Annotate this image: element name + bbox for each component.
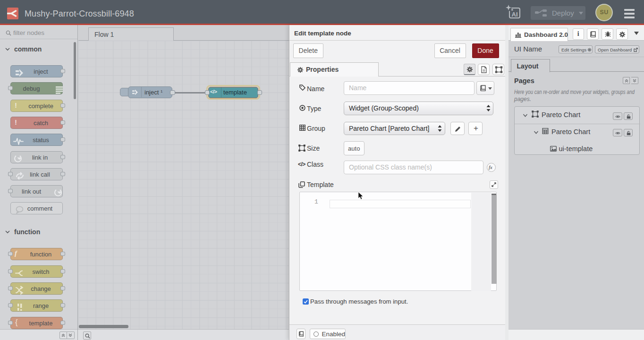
svg-text:AI: AI — [512, 11, 518, 18]
